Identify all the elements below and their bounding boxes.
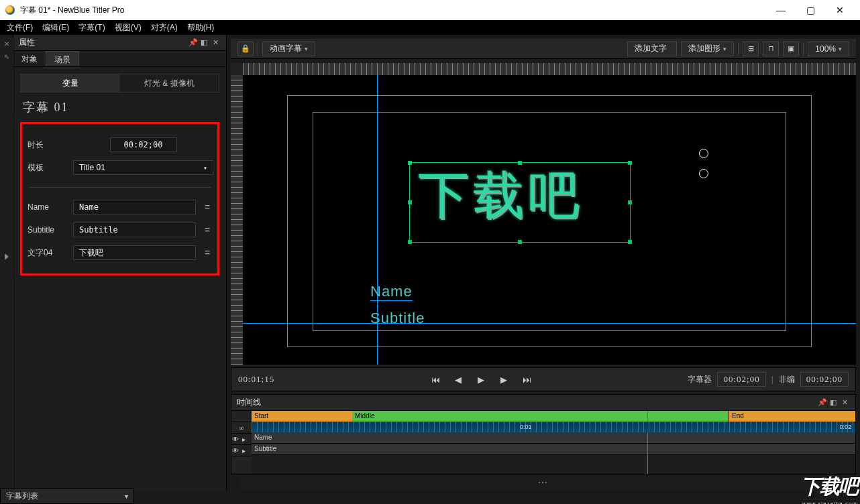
eye-icon[interactable]: 👁 <box>231 447 239 454</box>
maximize-button[interactable]: ▢ <box>796 0 825 20</box>
subtitle-text[interactable]: Subtitle <box>370 310 425 327</box>
first-frame-button[interactable]: ⏮ <box>427 371 444 387</box>
move-handle[interactable] <box>699 169 708 178</box>
duration-label: 时长 <box>26 139 68 151</box>
playback-bar: 00:01;15 ⏮ ◀ ▶ ▶ ⏭ 字幕器 00:02;00 | 非编 00:… <box>231 367 856 391</box>
left-dock: ✕ ⇖ <box>0 35 13 491</box>
subtitle-input[interactable] <box>73 223 196 237</box>
grid-icon[interactable]: ⊞ <box>743 42 759 56</box>
menu-edit[interactable]: 编辑(E) <box>38 21 73 35</box>
titler-time[interactable]: 00:02;00 <box>717 372 765 387</box>
ruler-vertical[interactable] <box>231 75 243 365</box>
panel-title: 属性 <box>19 37 184 48</box>
canvas-toolbar: 🔒 动画字幕 添加文字 添加图形 ⊞ ⊓ ▣ 100% <box>231 39 856 59</box>
ruler-horizontal[interactable] <box>243 63 856 75</box>
preset-select[interactable]: 动画字幕 <box>262 42 315 56</box>
expand-icon[interactable] <box>5 253 9 260</box>
dock-icon[interactable]: ◧ <box>830 398 838 407</box>
track-subtitle[interactable]: Subtitle <box>252 444 855 454</box>
link-icon[interactable]: = <box>201 225 213 235</box>
add-shape-select[interactable]: 添加图形 <box>681 42 734 56</box>
text-selection-box[interactable]: 下载吧 <box>409 162 631 243</box>
item-title: 字幕 01 <box>13 92 226 122</box>
watermark: 下载吧 www.xiazaiba.com <box>801 473 857 504</box>
text04-label: 文字04 <box>26 247 68 259</box>
eye-icon[interactable]: 👁 <box>231 436 239 443</box>
main-text[interactable]: 下载吧 <box>410 163 630 227</box>
guide-horizontal[interactable] <box>243 323 856 324</box>
subtitle-label: Subtitle <box>26 225 68 235</box>
lock-icon[interactable]: 🔒 <box>237 42 254 56</box>
pin-icon[interactable]: 📌 <box>189 38 197 47</box>
menu-help[interactable]: 帮助(H) <box>183 21 219 35</box>
menu-bar: 文件(F) 编辑(E) 字幕(T) 视图(V) 对齐(A) 帮助(H) <box>0 20 860 35</box>
timeline-title: 时间线 <box>237 397 814 408</box>
rotate-handle[interactable] <box>699 149 708 158</box>
nle-label: 非编 <box>779 374 795 385</box>
pin-icon[interactable]: ⇖ <box>4 53 9 60</box>
play-button[interactable]: ▶ <box>472 371 490 387</box>
close-icon[interactable]: ✕ <box>842 398 850 407</box>
timeline-ruler[interactable]: 0:010:02 <box>252 422 855 432</box>
menu-align[interactable]: 对齐(A) <box>147 21 182 35</box>
safe-icon[interactable]: ▣ <box>783 42 799 56</box>
dock-icon[interactable]: ◧ <box>201 38 209 47</box>
segment-end[interactable]: End <box>728 411 855 422</box>
current-time: 00:01;15 <box>238 374 274 385</box>
expand-icon[interactable]: ▸ <box>242 436 246 443</box>
tab-scene[interactable]: 场景 <box>46 51 79 66</box>
duration-input[interactable] <box>110 137 177 152</box>
subtitle-list-panel[interactable]: 字幕列表 <box>0 488 134 504</box>
expand-icon[interactable]: ▸ <box>242 447 246 454</box>
subtab-light-camera[interactable]: 灯光 & 摄像机 <box>120 74 219 92</box>
segment-middle[interactable]: Middle <box>352 411 728 422</box>
name-input[interactable] <box>73 200 196 214</box>
minimize-button[interactable]: — <box>766 0 796 20</box>
playhead[interactable] <box>647 411 648 474</box>
app-icon <box>5 5 15 15</box>
template-label: 模板 <box>26 162 68 174</box>
title-bar: 字幕 01* - NewBlue Titler Pro — ▢ ✕ <box>0 0 860 20</box>
resize-handle[interactable]: ⋯ <box>240 476 847 489</box>
menu-view[interactable]: 视图(V) <box>111 21 146 35</box>
close-button[interactable]: ✕ <box>825 0 855 20</box>
template-select[interactable]: Title 01 <box>73 160 213 175</box>
menu-file[interactable]: 文件(F) <box>3 21 37 35</box>
titler-label: 字幕器 <box>688 374 712 385</box>
segment-start[interactable]: Start <box>252 411 352 422</box>
zoom-select[interactable]: 100% <box>808 42 849 56</box>
link-icon[interactable]: = <box>201 202 213 212</box>
ruler-icon[interactable]: ⊓ <box>763 42 779 56</box>
nle-time[interactable]: 00:02;00 <box>800 372 849 387</box>
add-text-button[interactable]: 添加文字 <box>627 42 677 56</box>
close-icon[interactable]: ✕ <box>213 38 221 47</box>
properties-panel: 属性 📌 ◧ ✕ 对象 场景 变量 灯光 & 摄像机 字幕 01 时长 模板 T… <box>13 35 227 491</box>
name-text[interactable]: Name <box>370 283 413 301</box>
subtab-variables[interactable]: 变量 <box>21 74 120 92</box>
text04-input[interactable] <box>73 245 196 260</box>
tab-object[interactable]: 对象 <box>13 51 46 66</box>
link-icon[interactable]: = <box>201 247 213 258</box>
name-label: Name <box>26 202 68 212</box>
track-name[interactable]: Name <box>252 432 855 443</box>
pin-icon[interactable]: ✕ <box>4 40 9 48</box>
pin-icon[interactable]: 📌 <box>818 398 826 407</box>
prev-frame-button[interactable]: ◀ <box>449 371 467 387</box>
menu-subtitle[interactable]: 字幕(T) <box>74 21 109 35</box>
last-frame-button[interactable]: ⏭ <box>518 371 535 387</box>
next-frame-button[interactable]: ▶ <box>495 371 513 387</box>
highlight-box: 时长 模板 Title 01 Name = Subtitle = 文字04 <box>20 122 219 275</box>
timeline-panel: 时间线 📌 ◧ ✕ ∞ 👁▸ 👁▸ Start Middle En <box>231 394 856 475</box>
canvas-area[interactable]: 下载吧 Name Subtitle <box>231 63 856 365</box>
window-title: 字幕 01* - NewBlue Titler Pro <box>20 5 766 16</box>
